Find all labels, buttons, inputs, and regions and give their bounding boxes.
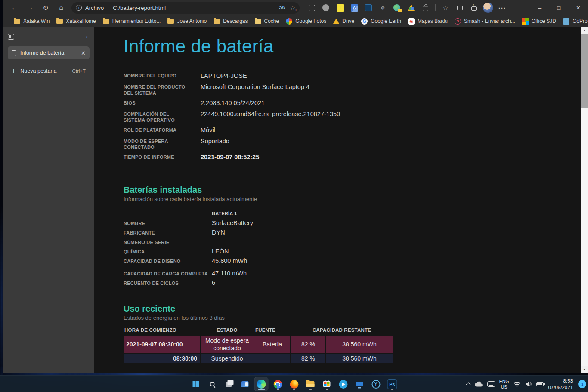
battery-table: BATERÍA 1 NOMBRESurfaceBattery FABRICANT… [124, 210, 581, 287]
bookmark-smash[interactable]: SSmash - Enviar arch... [451, 17, 519, 26]
bookmark-label: Descargas [223, 18, 248, 24]
plus-icon: + [12, 67, 15, 75]
battery-label: RECUENTO DE CICLOS [124, 279, 212, 287]
taskbar-chrome-button[interactable] [271, 377, 285, 391]
document-extension-icon[interactable] [364, 3, 373, 12]
refresh-icon[interactable]: ↻ [39, 2, 53, 14]
share-icon[interactable] [470, 3, 478, 12]
active-tab[interactable]: Informe de batería ✕ [8, 46, 90, 59]
notification-count-badge[interactable]: 1 [578, 380, 586, 388]
extensions-puzzle-icon[interactable] [421, 3, 430, 12]
taskbar-firefox-button[interactable] [288, 377, 301, 391]
download-manager-extension-icon[interactable]: ↓ [336, 3, 344, 12]
windows-logo-icon [193, 381, 199, 387]
battery-icon[interactable] [536, 382, 544, 386]
taskbar-display-app-button[interactable] [353, 377, 366, 391]
bookmark-drive[interactable]: Drive [330, 17, 358, 25]
scrollbar-track[interactable] [581, 108, 588, 366]
bookmark-label: Jose Antonio [177, 18, 207, 24]
address-bar[interactable]: i Archivo C:/battery-report.html aA ☆ [71, 2, 300, 14]
taskbar-search-button[interactable] [206, 377, 219, 391]
profile-avatar[interactable] [484, 3, 492, 12]
maximize-button[interactable]: □ [549, 0, 569, 15]
language-line2: US [499, 384, 509, 390]
info-row: ROL DE PLATAFORMAMóvil [124, 126, 581, 134]
recent-usage-table: HORA DE COMIENZO ESTADO FUENTE CAPACIDAD… [124, 326, 389, 364]
toolbar-divider [435, 4, 436, 11]
minimize-button[interactable]: – [530, 0, 549, 15]
settings-menu-icon[interactable]: ··· [498, 3, 507, 12]
taskbar-photoshop-button[interactable]: Ps [386, 377, 399, 391]
bookmark-label: Google Earth [371, 18, 401, 24]
language-indicator[interactable]: ENG US [499, 379, 509, 389]
add-favorite-icon[interactable]: ☆ [290, 4, 295, 11]
bookmark-coche[interactable]: Coche [251, 17, 283, 25]
bookmark-google-fotos[interactable]: Google Fotos [282, 17, 330, 26]
info-value: 22449.1000.amd64fre.rs_prerelease.210827… [201, 110, 340, 124]
volume-icon[interactable] [525, 381, 532, 387]
usage-cell-start: 08:30:00 [124, 354, 200, 363]
earth-lock-extension-icon[interactable] [393, 3, 401, 12]
tab-actions-icon[interactable] [8, 34, 14, 40]
onedrive-cloud-icon[interactable] [474, 381, 483, 387]
translator-extension-icon[interactable]: A [350, 3, 359, 12]
bookmark-gopro-plus[interactable]: GoPro Plus [560, 17, 588, 26]
bookmark-xatakahome[interactable]: XatakaHome [53, 17, 99, 25]
tray-overflow-chevron-icon[interactable] [466, 382, 470, 387]
battery-row: CAPACIDAD DE CARGA COMPLETA47.110 mWh [124, 270, 581, 277]
microsoft-icon [522, 18, 529, 25]
profile-circle-extension-icon[interactable] [322, 3, 330, 12]
bookmark-jose-antonio[interactable]: Jose Antonio [164, 17, 210, 25]
office-extension-icon[interactable] [307, 3, 316, 12]
taskbar-file-explorer-button[interactable] [304, 377, 317, 391]
address-scheme-label: Archivo [85, 5, 104, 11]
bookmark-office-sjd[interactable]: Office SJD [519, 17, 560, 26]
battery-label: FABRICANTE [124, 229, 212, 236]
battery-row: RECUENTO DE CICLOS6 [124, 279, 581, 287]
close-button[interactable]: ✕ [569, 0, 588, 15]
collapse-sidebar-icon[interactable]: ‹ [84, 33, 90, 40]
clock[interactable]: 8:53 07/09/2021 [548, 378, 573, 391]
scrollbar-thumb[interactable] [581, 34, 588, 108]
battery-row: FABRICANTEDYN [124, 229, 581, 236]
bookmark-label: GoPro Plus [573, 18, 588, 24]
taskbar-telegram-button[interactable] [337, 377, 350, 391]
touch-keyboard-icon[interactable] [487, 381, 495, 387]
usage-cell-state: Modo de espera conectado [201, 336, 254, 353]
back-icon[interactable]: ← [8, 2, 22, 14]
scrollbar-down-icon[interactable]: ▼ [581, 366, 588, 373]
task-view-button[interactable] [222, 377, 235, 391]
page-info-icon[interactable]: i [76, 5, 82, 11]
bookmark-mapas-baidu[interactable]: ◉Mapas Baidu [405, 17, 451, 26]
bookmark-google-earth[interactable]: GGoogle Earth [358, 17, 405, 26]
close-tab-icon[interactable]: ✕ [81, 50, 86, 56]
vertical-tabs-sidebar: ‹ Informe de batería ✕ + Nueva pestaña C… [3, 27, 94, 373]
taskbar-wheel-app-button[interactable]: Y [369, 377, 383, 391]
bookmark-xataka-win[interactable]: Xataka Win [10, 17, 53, 25]
system-tray: ENG US 8:53 07/09/2021 1 [467, 376, 586, 392]
dropbox-extension-icon[interactable]: ❖ [378, 3, 387, 12]
address-url[interactable]: C:/battery-report.html [113, 5, 279, 11]
wifi-icon[interactable] [513, 381, 521, 387]
home-icon[interactable]: ⌂ [54, 2, 68, 14]
installed-batteries-section: Baterías instaladas Información sobre ca… [124, 185, 581, 287]
translate-page-icon[interactable]: aA [279, 5, 285, 11]
taskbar-edge-button[interactable] [255, 377, 268, 391]
info-value: Microsoft Corporation Surface Laptop 4 [201, 83, 309, 97]
usage-cell-capacity: 38.560 mWh [326, 354, 393, 363]
battery-column-header: BATERÍA 1 [212, 210, 237, 217]
section-subtitle: Estados de energía en los últimos 3 días [124, 315, 581, 321]
collections-icon[interactable] [455, 3, 464, 12]
page-scrollbar[interactable]: ▲ ▼ [581, 27, 588, 373]
new-tab-button[interactable]: + Nueva pestaña Ctrl+T [8, 65, 90, 77]
forward-icon[interactable]: → [23, 2, 37, 14]
bookmark-herramientas[interactable]: Herramientas Edito... [99, 17, 164, 25]
taskbar-store-button[interactable] [320, 377, 334, 391]
favorites-star-icon[interactable]: ☆ [441, 3, 450, 12]
info-value: Soportado [201, 137, 229, 151]
widgets-button[interactable] [238, 377, 252, 391]
drive-extension-icon[interactable] [407, 3, 415, 12]
bookmark-descargas[interactable]: Descargas [210, 17, 251, 25]
scrollbar-up-icon[interactable]: ▲ [581, 27, 588, 34]
start-button[interactable] [189, 377, 203, 391]
